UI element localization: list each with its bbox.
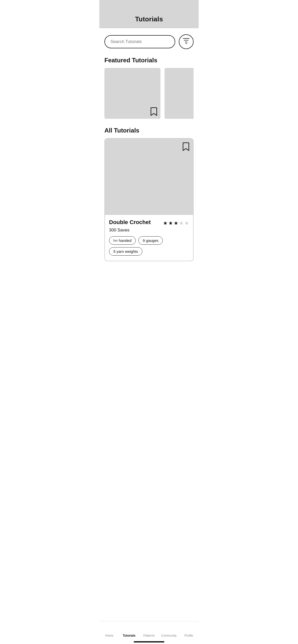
star-rating: ★ ★ ★ ★ ★ — [163, 219, 189, 226]
tutorial-bookmark-icon[interactable] — [182, 142, 189, 151]
search-row — [104, 34, 194, 49]
star-1: ★ — [163, 220, 168, 226]
filter-button[interactable] — [179, 34, 194, 49]
page-title: Tutorials — [99, 15, 199, 23]
tutorial-top-row: Double Crochet ★ ★ ★ ★ ★ — [109, 219, 189, 226]
saves-count: 300 Saves — [109, 228, 189, 233]
bookmark-icon-1[interactable] — [150, 107, 157, 116]
star-2: ★ — [168, 220, 173, 226]
search-input[interactable] — [111, 39, 169, 44]
filter-icon — [183, 38, 189, 45]
tag-yarn-weights: 5 yarn weights — [109, 247, 142, 256]
main-content: Featured Tutorials All Tutorials Double … — [99, 28, 199, 287]
tutorial-card-1[interactable]: Double Crochet ★ ★ ★ ★ ★ 300 Saves l+r h… — [104, 138, 194, 261]
tutorial-image-1 — [105, 139, 193, 215]
featured-tutorials-scroll — [99, 68, 194, 119]
star-4: ★ — [179, 220, 184, 226]
star-5: ★ — [184, 220, 189, 226]
status-bar — [99, 0, 199, 13]
star-3: ★ — [174, 220, 178, 226]
featured-card-1[interactable] — [104, 68, 160, 119]
tag-handedness: l+r handed — [109, 236, 136, 245]
tags-row: l+r handed 9 gauges 5 yarn weights — [109, 236, 189, 256]
search-input-wrapper[interactable] — [104, 35, 175, 48]
all-tutorials-section-title: All Tutorials — [104, 127, 194, 134]
tag-gauges: 9 gauges — [138, 236, 163, 245]
header: Tutorials — [99, 13, 199, 28]
featured-card-2[interactable] — [165, 68, 194, 119]
tutorial-name: Double Crochet — [109, 219, 151, 226]
featured-section-title: Featured Tutorials — [104, 57, 194, 64]
tutorial-card-body-1: Double Crochet ★ ★ ★ ★ ★ 300 Saves l+r h… — [105, 215, 193, 261]
